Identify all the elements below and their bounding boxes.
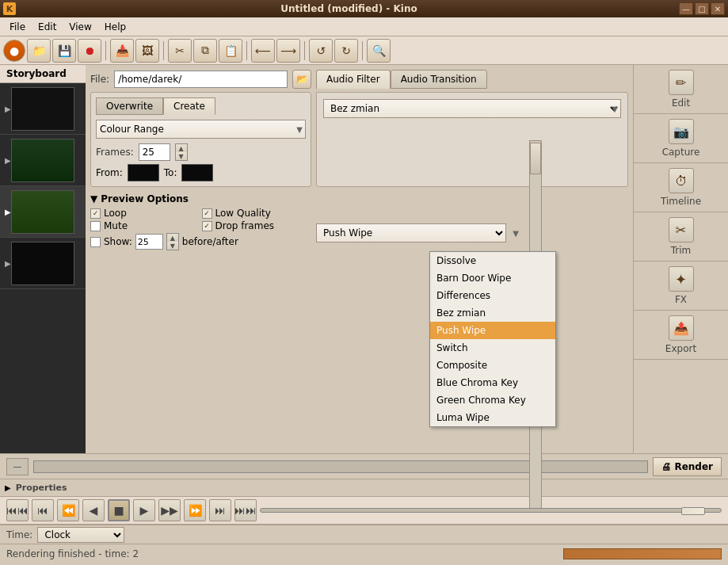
open-button[interactable]: 📁 [27, 39, 51, 63]
import-button[interactable]: 📥 [110, 39, 134, 63]
transport-slider[interactable] [260, 508, 722, 513]
menu-edit[interactable]: Edit [32, 20, 63, 34]
record-button[interactable]: ⏺ [78, 39, 101, 63]
dropdown-luma-wipe[interactable]: Luma Wipe [430, 409, 555, 426]
menu-view[interactable]: View [63, 20, 97, 34]
show-input[interactable] [135, 234, 163, 250]
to-color-swatch[interactable] [181, 164, 213, 181]
loop-checkbox[interactable] [90, 208, 101, 219]
export-button[interactable]: 📤 Export [634, 311, 728, 360]
frames-spin-down[interactable]: ▼ [176, 152, 187, 160]
transport-prev-frame[interactable]: ⏮ [32, 499, 54, 521]
export-image-button[interactable]: 🖼 [135, 39, 159, 63]
dropdown-differences[interactable]: Differences [430, 287, 555, 304]
save-button[interactable]: 💾 [52, 39, 76, 63]
transport-fast-forward[interactable]: ⏩ [184, 499, 206, 521]
new-button[interactable]: ● [3, 40, 25, 62]
audio-filter-tab[interactable]: Audio Filter [316, 70, 391, 89]
story-item-1[interactable]: ▶ [0, 83, 86, 135]
fx-button[interactable]: ✦ FX [634, 262, 728, 311]
trim-button[interactable]: ✂ Trim [634, 212, 728, 262]
toolbar-sep-2 [163, 41, 164, 60]
transport-skip-end[interactable]: ⏭⏭ [234, 499, 257, 521]
menu-file[interactable]: File [3, 20, 32, 34]
properties-label[interactable]: Properties [16, 483, 67, 493]
copy-button[interactable]: ⧉ [193, 39, 217, 63]
audio-transition-tab[interactable]: Audio Transition [391, 70, 487, 89]
paste-button[interactable]: 📋 [219, 39, 242, 63]
file-label: File: [90, 74, 109, 85]
story-play-3: ▶ [5, 208, 11, 216]
frames-spinner[interactable]: ▲ ▼ [175, 143, 188, 161]
transport-step-back[interactable]: ◀ [82, 499, 105, 521]
scrollbar-thumb[interactable] [530, 143, 541, 174]
story-thumb-4 [11, 242, 74, 285]
dropdown-push-wipe[interactable]: Push Wipe [430, 322, 555, 339]
overwrite-tab[interactable]: Overwrite [96, 97, 163, 115]
dropdown-blue-chroma[interactable]: Blue Chroma Key [430, 374, 555, 391]
undo-button[interactable]: ↺ [309, 39, 333, 63]
bez-zmian-select[interactable]: Bez zmian [323, 99, 621, 118]
redo-button[interactable]: ↻ [334, 39, 358, 63]
capture-icon: 📷 [669, 119, 694, 144]
dropdown-bez-zmian[interactable]: Bez zmian [430, 304, 555, 322]
dropdown-dissolve[interactable]: Dissolve [430, 252, 555, 269]
properties-arrow[interactable]: ▶ [5, 483, 11, 492]
show-row: Show: ▲ ▼ before/after [90, 233, 311, 250]
timeline-button[interactable]: ⏱ Timeline [634, 163, 728, 212]
capture-button[interactable]: 📷 Capture [634, 114, 728, 163]
render-ctrl-1[interactable]: — [6, 458, 29, 475]
low-quality-checkbox[interactable] [202, 208, 212, 219]
colour-range-select[interactable]: Colour Range Black to White Custom [96, 120, 306, 139]
mute-checkbox[interactable] [90, 221, 101, 231]
forward-button[interactable]: ⟶ [276, 39, 300, 63]
frames-input[interactable] [139, 143, 170, 161]
create-tab[interactable]: Create [163, 97, 215, 115]
transport-play[interactable]: ▶ [133, 499, 155, 521]
dropdown-green-chroma[interactable]: Green Chroma Key [430, 391, 555, 409]
show-spinner[interactable]: ▲ ▼ [166, 233, 179, 250]
drop-frames-text: Drop frames [215, 220, 275, 231]
render-button[interactable]: 🖨 Render [653, 457, 722, 476]
frames-label: Frames: [96, 147, 134, 158]
preview-title-text: Preview Options [101, 193, 189, 204]
frames-spin-up[interactable]: ▲ [176, 144, 187, 152]
file-browse-button[interactable]: 📂 [292, 70, 311, 89]
preview-options-title[interactable]: ▼ Preview Options [90, 193, 311, 204]
minimize-button[interactable]: — [679, 2, 693, 15]
transport-rewind[interactable]: ⏪ [57, 499, 79, 521]
show-spin-down[interactable]: ▼ [167, 242, 178, 250]
edit-button[interactable]: ✏ Edit [634, 65, 728, 114]
story-item-4[interactable]: ▶ [0, 238, 86, 289]
dropdown-barn-door[interactable]: Barn Door Wipe [430, 269, 555, 287]
storyboard-title[interactable]: Storyboard [0, 65, 86, 83]
loop-label[interactable]: Loop [90, 208, 200, 219]
transport-next-frame[interactable]: ⏭ [209, 499, 231, 521]
file-input[interactable] [114, 71, 288, 88]
story-item-2[interactable]: ▶ [0, 135, 86, 186]
transport-step-forward[interactable]: ▶▶ [158, 499, 181, 521]
dropdown-composite[interactable]: Composite [430, 357, 555, 374]
transport-skip-start[interactable]: ⏮⏮ [6, 499, 29, 521]
drop-frames-checkbox[interactable] [202, 221, 212, 231]
zoom-button[interactable]: 🔍 [367, 39, 391, 63]
transport-stop[interactable]: ■ [108, 499, 130, 521]
show-spin-up[interactable]: ▲ [167, 234, 178, 242]
export-icon: 📤 [669, 315, 694, 341]
menu-help[interactable]: Help [98, 20, 132, 34]
transport-handle[interactable] [681, 507, 705, 515]
mute-label[interactable]: Mute [90, 220, 200, 231]
vt-select[interactable]: Push Wipe Switch [316, 223, 506, 242]
back-button[interactable]: ⟵ [251, 39, 275, 63]
maximize-button[interactable]: □ [695, 2, 709, 15]
show-checkbox[interactable] [90, 237, 101, 247]
from-color-swatch[interactable] [128, 164, 159, 181]
dropdown-switch[interactable]: Switch [430, 339, 555, 357]
time-select[interactable]: Clock Timecode Frames Feet+Frames [37, 527, 124, 543]
drop-frames-label[interactable]: Drop frames [202, 220, 312, 231]
cut-button[interactable]: ✂ [168, 39, 192, 63]
close-button[interactable]: ✕ [711, 2, 725, 15]
story-thumb-1 [11, 87, 74, 131]
low-quality-label[interactable]: Low Quality [202, 208, 312, 219]
story-item-3[interactable]: ▶ [0, 186, 86, 238]
